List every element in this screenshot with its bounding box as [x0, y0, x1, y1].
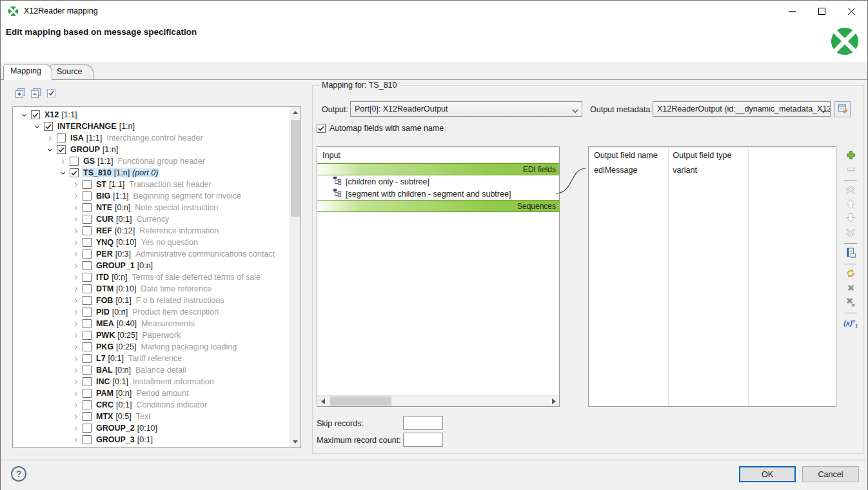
tree-item-l7[interactable]: L7[0:1]Tariff reference: [13, 353, 290, 364]
chevron-right-icon[interactable]: [58, 157, 68, 166]
tree-item-pam[interactable]: PAM[0:n]Period amount: [13, 387, 290, 399]
tree-item-st[interactable]: ST[1:1]Transaction set header: [13, 179, 290, 190]
chevron-right-icon[interactable]: [71, 319, 81, 329]
cancel-button[interactable]: Cancel: [802, 466, 859, 482]
max-record-count-input[interactable]: [403, 433, 443, 447]
add-field-button[interactable]: [845, 150, 856, 161]
chevron-right-icon[interactable]: [71, 412, 81, 422]
chevron-right-icon[interactable]: [71, 400, 81, 410]
tree-checkbox[interactable]: [31, 110, 40, 119]
input-field-item[interactable]: [segment with children - segment and sub…: [317, 188, 559, 200]
chevron-down-icon[interactable]: [19, 110, 29, 120]
tree-item-pid[interactable]: PID[0:n]Product item description: [13, 306, 290, 318]
automap-button[interactable]: [845, 269, 856, 280]
move-bottom-button[interactable]: [845, 228, 856, 239]
scroll-left-icon[interactable]: [317, 396, 328, 406]
tab-source[interactable]: Source: [50, 64, 94, 79]
tree-checkbox[interactable]: [83, 261, 92, 270]
cancel-all-mappings-button[interactable]: [845, 297, 856, 308]
chevron-right-icon[interactable]: [71, 424, 81, 433]
scroll-right-icon[interactable]: [548, 396, 559, 406]
automap-checkbox[interactable]: Automap fields with same name: [317, 124, 444, 133]
tree-item-mea[interactable]: MEA[0:40]Measurements: [13, 318, 290, 329]
tree-item-crc[interactable]: CRC[0:1]Conditions indicator: [13, 399, 290, 411]
tree-checkbox[interactable]: [83, 284, 92, 293]
tree-checkbox[interactable]: [83, 308, 92, 317]
chevron-right-icon[interactable]: [71, 296, 81, 306]
chevron-right-icon[interactable]: [71, 203, 81, 213]
chevron-right-icon[interactable]: [71, 261, 81, 271]
chevron-right-icon[interactable]: [71, 354, 81, 364]
edit-metadata-button[interactable]: [834, 101, 851, 117]
chevron-right-icon[interactable]: [71, 215, 81, 224]
input-field-item[interactable]: [children only - subtree]: [317, 175, 559, 188]
tree-item-ref[interactable]: REF[0:12]Reference information: [13, 225, 290, 237]
minimize-button[interactable]: [777, 1, 807, 21]
tree-checkbox[interactable]: [83, 319, 92, 328]
tree-checkbox[interactable]: [70, 157, 79, 166]
tree-item-bal[interactable]: BAL[0:n]Balance detail: [13, 364, 290, 376]
tree-checkbox[interactable]: [70, 168, 79, 177]
chevron-down-icon[interactable]: [58, 168, 68, 178]
chevron-right-icon[interactable]: [71, 180, 81, 190]
scrollbar-thumb[interactable]: [330, 397, 391, 406]
close-button[interactable]: [836, 1, 866, 21]
tree-checkbox[interactable]: [83, 435, 92, 444]
tree-item-mtx[interactable]: MTX[0:5]Text: [13, 411, 290, 422]
chevron-right-icon[interactable]: [71, 226, 81, 236]
chevron-right-icon[interactable]: [71, 377, 81, 387]
tree-checkbox[interactable]: [83, 424, 92, 433]
help-icon[interactable]: ?: [11, 466, 26, 482]
maximize-button[interactable]: [807, 1, 836, 21]
move-down-button[interactable]: [845, 213, 856, 224]
table-row[interactable]: ediMessagevariant: [589, 164, 836, 176]
input-horizontal-scrollbar[interactable]: [317, 395, 559, 406]
chevron-right-icon[interactable]: [71, 435, 81, 445]
tree-item-ts_810[interactable]: TS_810[1:n](port 0): [13, 167, 290, 179]
toggle-checks-button[interactable]: [46, 88, 57, 99]
column-header[interactable]: Output field name: [589, 151, 667, 160]
tree-item-x12[interactable]: X12[1:1]: [13, 109, 290, 121]
tab-mapping[interactable]: Mapping: [3, 64, 52, 80]
chevron-right-icon[interactable]: [71, 191, 81, 201]
chevron-right-icon[interactable]: [71, 250, 81, 259]
tree-checkbox[interactable]: [83, 273, 92, 282]
tree-item-pkg[interactable]: PKG[0:25]Marking packaging loading: [13, 341, 290, 353]
tree-item-cur[interactable]: CUR[0:1]Currency: [13, 213, 290, 225]
tree-item-per[interactable]: PER[0:3]Administrative communications co…: [13, 248, 290, 260]
tree-item-big[interactable]: BIG[1:1]Beginning segment for invoice: [13, 190, 290, 202]
tree-item-group_1[interactable]: GROUP_1[0:n]: [13, 260, 290, 271]
ok-button[interactable]: OK: [739, 466, 796, 482]
column-header[interactable]: Output field type: [667, 151, 747, 160]
tree-checkbox[interactable]: [83, 331, 92, 340]
tree-checkbox[interactable]: [83, 342, 92, 351]
tree-checkbox[interactable]: [57, 145, 66, 154]
chevron-right-icon[interactable]: [71, 366, 81, 375]
chevron-right-icon[interactable]: [71, 389, 81, 398]
collapse-all-button[interactable]: [30, 88, 41, 99]
chevron-down-icon[interactable]: [32, 122, 42, 132]
scrollbar-thumb[interactable]: [291, 120, 300, 217]
tree-checkbox[interactable]: [83, 389, 92, 398]
scroll-down-icon[interactable]: [290, 436, 301, 447]
output-select[interactable]: Port[0]: X12ReaderOutput: [350, 101, 582, 117]
tree-checkbox[interactable]: [83, 180, 92, 189]
tree-item-gs[interactable]: GS[1:1]Functional group header: [13, 155, 290, 167]
tree-item-pwk[interactable]: PWK[0:25]Paperwork: [13, 329, 290, 341]
tree-checkbox[interactable]: [44, 122, 53, 131]
tree-checkbox[interactable]: [83, 250, 92, 259]
chevron-right-icon[interactable]: [45, 133, 55, 143]
skip-records-input[interactable]: [403, 416, 443, 430]
tree-checkbox[interactable]: [57, 133, 66, 142]
move-top-button[interactable]: [845, 185, 856, 196]
tree-vertical-scrollbar[interactable]: [290, 107, 301, 447]
scroll-up-icon[interactable]: [290, 107, 301, 118]
tree-item-group_3[interactable]: GROUP_3[0:1]: [13, 434, 290, 446]
expand-all-button[interactable]: [15, 88, 26, 99]
output-fields-table[interactable]: Output field nameOutput field type ediMe…: [588, 146, 836, 407]
edit-record-button[interactable]: [845, 248, 856, 259]
chevron-right-icon[interactable]: [71, 331, 81, 340]
tree-item-dtm[interactable]: DTM[0:10]Date time reference: [13, 283, 290, 295]
tree-item-isa[interactable]: ISA[1:1]Interchange control header: [13, 132, 290, 144]
chevron-right-icon[interactable]: [71, 284, 81, 294]
